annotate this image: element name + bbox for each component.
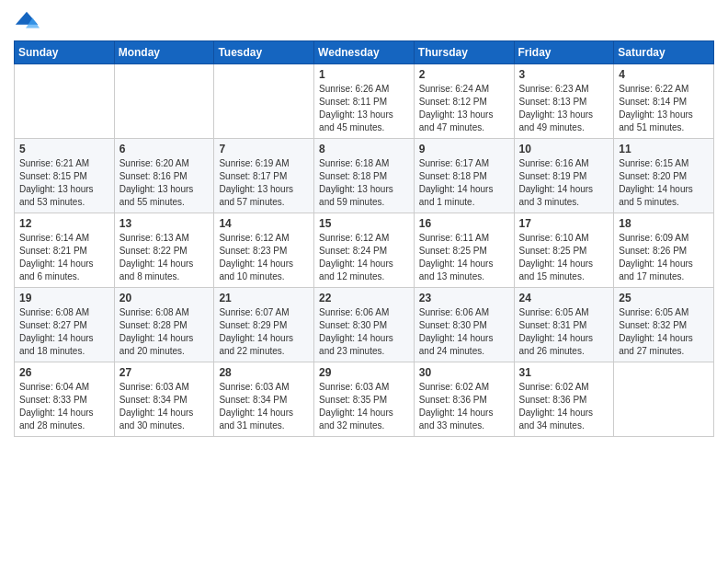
calendar-cell: 12Sunrise: 6:14 AMSunset: 8:21 PMDayligh… (15, 213, 115, 288)
day-number: 29 (319, 366, 409, 379)
day-info: Sunrise: 6:23 AMSunset: 8:13 PMDaylight:… (519, 83, 609, 134)
calendar-cell: 20Sunrise: 6:08 AMSunset: 8:28 PMDayligh… (114, 288, 214, 362)
calendar-cell: 26Sunrise: 6:04 AMSunset: 8:33 PMDayligh… (15, 362, 115, 437)
day-info: Sunrise: 6:14 AMSunset: 8:21 PMDaylight:… (19, 232, 109, 283)
day-info: Sunrise: 6:03 AMSunset: 8:34 PMDaylight:… (219, 381, 309, 432)
day-number: 30 (419, 366, 509, 379)
day-number: 11 (619, 143, 709, 155)
day-number: 20 (119, 292, 210, 304)
day-info: Sunrise: 6:15 AMSunset: 8:20 PMDaylight:… (619, 157, 709, 209)
calendar-cell: 8Sunrise: 6:18 AMSunset: 8:18 PMDaylight… (314, 139, 415, 213)
calendar-cell: 18Sunrise: 6:09 AMSunset: 8:26 PMDayligh… (614, 213, 714, 288)
day-number: 2 (419, 68, 509, 81)
page-header (14, 9, 714, 35)
day-number: 27 (119, 366, 210, 379)
day-info: Sunrise: 6:22 AMSunset: 8:14 PMDaylight:… (619, 83, 709, 134)
day-info: Sunrise: 6:16 AMSunset: 8:19 PMDaylight:… (519, 157, 609, 209)
calendar-cell: 30Sunrise: 6:02 AMSunset: 8:36 PMDayligh… (414, 362, 514, 437)
day-number: 12 (19, 217, 109, 230)
calendar-cell: 5Sunrise: 6:21 AMSunset: 8:15 PMDaylight… (15, 139, 115, 213)
calendar-cell: 27Sunrise: 6:03 AMSunset: 8:34 PMDayligh… (114, 362, 214, 437)
day-info: Sunrise: 6:26 AMSunset: 8:11 PMDaylight:… (319, 83, 409, 134)
day-info: Sunrise: 6:02 AMSunset: 8:36 PMDaylight:… (519, 381, 609, 432)
day-info: Sunrise: 6:06 AMSunset: 8:30 PMDaylight:… (319, 306, 409, 358)
day-number: 1 (319, 68, 409, 81)
day-info: Sunrise: 6:04 AMSunset: 8:33 PMDaylight:… (19, 381, 109, 432)
calendar-cell: 16Sunrise: 6:11 AMSunset: 8:25 PMDayligh… (414, 213, 514, 288)
calendar-cell: 24Sunrise: 6:05 AMSunset: 8:31 PMDayligh… (514, 288, 614, 362)
day-info: Sunrise: 6:11 AMSunset: 8:25 PMDaylight:… (419, 232, 509, 283)
day-number: 7 (219, 143, 309, 155)
calendar-cell (614, 362, 714, 437)
calendar-cell: 17Sunrise: 6:10 AMSunset: 8:25 PMDayligh… (514, 213, 614, 288)
logo-icon (14, 9, 40, 35)
calendar-cell: 10Sunrise: 6:16 AMSunset: 8:19 PMDayligh… (514, 139, 614, 213)
calendar-cell: 29Sunrise: 6:03 AMSunset: 8:35 PMDayligh… (314, 362, 415, 437)
day-number: 8 (319, 143, 409, 155)
calendar-cell: 15Sunrise: 6:12 AMSunset: 8:24 PMDayligh… (314, 213, 415, 288)
calendar-cell: 9Sunrise: 6:17 AMSunset: 8:18 PMDaylight… (414, 139, 514, 213)
day-number: 22 (319, 292, 409, 304)
day-info: Sunrise: 6:10 AMSunset: 8:25 PMDaylight:… (519, 232, 609, 283)
weekday-header-thursday: Thursday (414, 41, 514, 64)
day-info: Sunrise: 6:19 AMSunset: 8:17 PMDaylight:… (219, 157, 309, 209)
day-number: 18 (619, 217, 709, 230)
calendar-table: SundayMondayTuesdayWednesdayThursdayFrid… (14, 40, 714, 437)
day-info: Sunrise: 6:06 AMSunset: 8:30 PMDaylight:… (419, 306, 509, 358)
calendar-cell: 13Sunrise: 6:13 AMSunset: 8:22 PMDayligh… (114, 213, 214, 288)
day-info: Sunrise: 6:12 AMSunset: 8:23 PMDaylight:… (219, 232, 309, 283)
day-number: 5 (19, 143, 109, 155)
calendar-week-row: 5Sunrise: 6:21 AMSunset: 8:15 PMDaylight… (15, 139, 714, 213)
day-info: Sunrise: 6:09 AMSunset: 8:26 PMDaylight:… (619, 232, 709, 283)
day-number: 23 (419, 292, 509, 304)
calendar-cell: 14Sunrise: 6:12 AMSunset: 8:23 PMDayligh… (214, 213, 314, 288)
day-number: 16 (419, 217, 509, 230)
day-number: 19 (19, 292, 109, 304)
day-info: Sunrise: 6:03 AMSunset: 8:35 PMDaylight:… (319, 381, 409, 432)
day-number: 15 (319, 217, 409, 230)
weekday-header-sunday: Sunday (15, 41, 115, 64)
day-info: Sunrise: 6:08 AMSunset: 8:27 PMDaylight:… (19, 306, 109, 358)
calendar-cell: 28Sunrise: 6:03 AMSunset: 8:34 PMDayligh… (214, 362, 314, 437)
day-info: Sunrise: 6:07 AMSunset: 8:29 PMDaylight:… (219, 306, 309, 358)
calendar-cell: 4Sunrise: 6:22 AMSunset: 8:14 PMDaylight… (614, 64, 714, 139)
day-info: Sunrise: 6:08 AMSunset: 8:28 PMDaylight:… (119, 306, 210, 358)
day-info: Sunrise: 6:13 AMSunset: 8:22 PMDaylight:… (119, 232, 210, 283)
calendar-week-row: 19Sunrise: 6:08 AMSunset: 8:27 PMDayligh… (15, 288, 714, 362)
calendar-cell: 25Sunrise: 6:05 AMSunset: 8:32 PMDayligh… (614, 288, 714, 362)
weekday-header-saturday: Saturday (614, 41, 714, 64)
weekday-header-tuesday: Tuesday (214, 41, 314, 64)
day-number: 14 (219, 217, 309, 230)
calendar-cell (114, 64, 214, 139)
calendar-cell: 21Sunrise: 6:07 AMSunset: 8:29 PMDayligh… (214, 288, 314, 362)
day-info: Sunrise: 6:12 AMSunset: 8:24 PMDaylight:… (319, 232, 409, 283)
calendar-week-row: 12Sunrise: 6:14 AMSunset: 8:21 PMDayligh… (15, 213, 714, 288)
logo (14, 9, 43, 35)
day-info: Sunrise: 6:05 AMSunset: 8:32 PMDaylight:… (619, 306, 709, 358)
calendar-cell: 19Sunrise: 6:08 AMSunset: 8:27 PMDayligh… (15, 288, 115, 362)
calendar-week-row: 26Sunrise: 6:04 AMSunset: 8:33 PMDayligh… (15, 362, 714, 437)
day-number: 4 (619, 68, 709, 81)
day-info: Sunrise: 6:05 AMSunset: 8:31 PMDaylight:… (519, 306, 609, 358)
calendar-cell (214, 64, 314, 139)
day-info: Sunrise: 6:03 AMSunset: 8:34 PMDaylight:… (119, 381, 210, 432)
calendar-week-row: 1Sunrise: 6:26 AMSunset: 8:11 PMDaylight… (15, 64, 714, 139)
day-info: Sunrise: 6:18 AMSunset: 8:18 PMDaylight:… (319, 157, 409, 209)
day-number: 24 (519, 292, 609, 304)
day-number: 17 (519, 217, 609, 230)
day-info: Sunrise: 6:20 AMSunset: 8:16 PMDaylight:… (119, 157, 210, 209)
calendar-cell: 31Sunrise: 6:02 AMSunset: 8:36 PMDayligh… (514, 362, 614, 437)
calendar-cell: 22Sunrise: 6:06 AMSunset: 8:30 PMDayligh… (314, 288, 415, 362)
day-number: 10 (519, 143, 609, 155)
calendar-cell (15, 64, 115, 139)
weekday-header-friday: Friday (514, 41, 614, 64)
day-number: 3 (519, 68, 609, 81)
day-info: Sunrise: 6:21 AMSunset: 8:15 PMDaylight:… (19, 157, 109, 209)
calendar-cell: 6Sunrise: 6:20 AMSunset: 8:16 PMDaylight… (114, 139, 214, 213)
calendar-cell: 23Sunrise: 6:06 AMSunset: 8:30 PMDayligh… (414, 288, 514, 362)
day-number: 31 (519, 366, 609, 379)
day-info: Sunrise: 6:24 AMSunset: 8:12 PMDaylight:… (419, 83, 509, 134)
day-number: 9 (419, 143, 509, 155)
day-info: Sunrise: 6:02 AMSunset: 8:36 PMDaylight:… (419, 381, 509, 432)
weekday-header-row: SundayMondayTuesdayWednesdayThursdayFrid… (15, 41, 714, 64)
